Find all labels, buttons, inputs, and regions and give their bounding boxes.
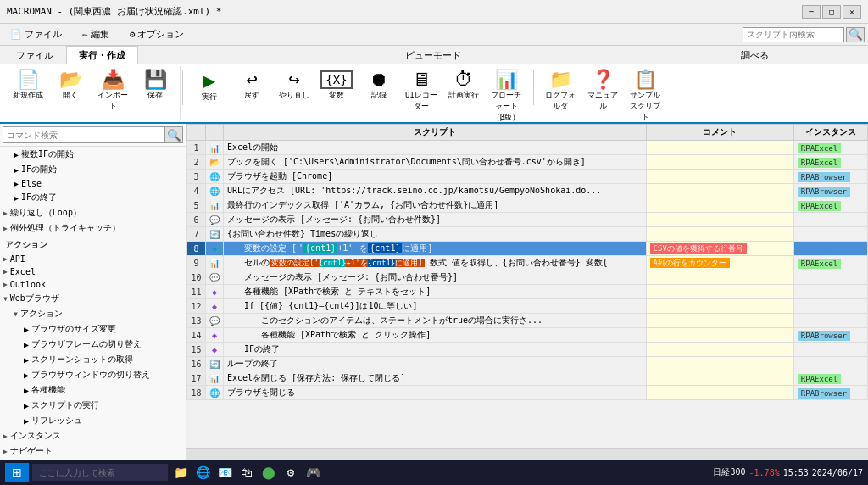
sidebar-item-loop[interactable]: ▶ 繰り返し（Loop）: [0, 205, 186, 220]
ui-recorder-button[interactable]: 🖥 UIレコーダー: [402, 68, 441, 125]
multi-if-icon: ▶: [14, 150, 19, 159]
ribbon-group-execute: ▶ 実行 ↩ 戻す ↪ やり直し {X} 変数 ⏺ 記録 🖥 UIレコーダー: [185, 66, 531, 120]
taskbar-icon-mail[interactable]: 📧: [215, 463, 234, 482]
browser-resize-icon: ▶: [24, 325, 29, 334]
menu-option[interactable]: ⚙️ オプション: [123, 26, 192, 42]
save-icon: 💾: [144, 70, 167, 89]
row-content-2[interactable]: ブックを開く ['C:\Users\Administrator\Document…: [224, 155, 647, 170]
misc-label: 各種機能: [31, 384, 65, 396]
close-button[interactable]: ✕: [843, 5, 861, 19]
sidebar-item-sub-actions[interactable]: ▼ アクション: [0, 306, 186, 321]
run-button[interactable]: ▶ 実行: [190, 68, 229, 125]
manual-button[interactable]: ❓ マニュアル: [583, 68, 622, 125]
sidebar-item-browser-resize[interactable]: ▶ ブラウザのサイズ変更: [0, 321, 186, 337]
script-table[interactable]: スクリプト コメント インスタンス 1📊Excelの開始RPAExcel2📂ブッ…: [186, 124, 868, 448]
sidebar-search-button[interactable]: 🔍: [164, 126, 183, 143]
navigate-label: ナビゲート: [10, 445, 53, 457]
row-icon-14: ◆: [206, 328, 224, 343]
tab-viewmode[interactable]: ビューモード: [392, 46, 474, 64]
webbrowser-expand-icon: ▼: [3, 295, 8, 303]
taskbar-search-input[interactable]: [32, 464, 168, 481]
sidebar-item-webbrowser[interactable]: ▼ Webブラウザ: [0, 291, 186, 306]
tab-search[interactable]: 調べる: [728, 46, 782, 64]
row-content-10[interactable]: メッセージの表示 [メッセージ: {お問い合わせ番号}]: [224, 270, 647, 285]
start-button[interactable]: ⊞: [5, 463, 29, 482]
script-search-button[interactable]: 🔍: [846, 27, 865, 42]
refresh-label: リフレッシュ: [31, 415, 82, 426]
menu-edit[interactable]: ✏️ 編集: [75, 26, 116, 42]
sidebar-item-refresh[interactable]: ▶ リフレッシュ: [0, 413, 186, 428]
taskbar-icon-game[interactable]: 🎮: [303, 463, 322, 482]
window-controls: ─ □ ✕: [802, 5, 861, 19]
import-button[interactable]: 📥 インポート: [93, 68, 132, 114]
sidebar-search-input[interactable]: [3, 126, 164, 143]
sidebar-item-screenshot[interactable]: ▶ スクリーンショットの取得: [0, 352, 186, 367]
row-content-18[interactable]: ブラウザを閉じる: [224, 386, 647, 400]
sidebar-item-if-end[interactable]: ▶ IFの終了: [0, 190, 186, 205]
row-content-6[interactable]: メッセージの表示 [メッセージ: {お問い合わせ件数}]: [224, 213, 647, 227]
row-content-7[interactable]: {お問い合わせ件数} Timesの繰り返し: [224, 227, 647, 242]
row-content-11[interactable]: 各種機能 [XPathで検索 と テキストをセット]: [224, 285, 647, 299]
taskbar-icon-explorer[interactable]: 📁: [171, 463, 190, 482]
refresh-icon: ▶: [24, 416, 29, 426]
new-button[interactable]: 📄 新規作成: [8, 68, 47, 114]
ribbon-tabs: ファイル 実行・作成 ビューモード 調べる: [0, 46, 868, 64]
undo-button[interactable]: ↩ 戻す: [232, 68, 271, 125]
row-content-17[interactable]: Excelを閉じる [保存方法: 保存して閉じる]: [224, 371, 647, 386]
open-button[interactable]: 📂 開く: [51, 68, 90, 114]
row-comment-11: [646, 285, 793, 299]
horizontal-scrollbar[interactable]: [186, 448, 868, 460]
open-label: 開く: [63, 90, 78, 101]
taskbar-icon-settings[interactable]: ⚙️: [281, 463, 300, 482]
plan-exec-button[interactable]: ⏱ 計画実行: [444, 68, 483, 125]
log-folder-button[interactable]: 📁 ログフォルダ: [541, 68, 580, 125]
tab-file[interactable]: ファイル: [3, 46, 66, 64]
sidebar-item-outlook[interactable]: ▶ Outlook: [0, 278, 186, 291]
sidebar-item-navigate[interactable]: ▶ ナビゲート: [0, 443, 186, 459]
nikkei-change: -1.78%: [749, 468, 780, 477]
row-number-11: 11: [187, 285, 206, 299]
row-number-6: 6: [187, 213, 206, 227]
row-content-13[interactable]: このセクションのアイテムは、ステートメントがtrueの場合に実行さ...: [224, 314, 647, 328]
sidebar-item-excel[interactable]: ▶ Excel: [0, 265, 186, 278]
minimize-button[interactable]: ─: [802, 5, 821, 19]
row-content-14[interactable]: 各種機能 [XPathで検索 と クリック操作]: [224, 328, 647, 343]
browser-resize-label: ブラウザのサイズ変更: [31, 323, 116, 335]
taskbar-icon-chrome[interactable]: ⬤: [259, 463, 278, 482]
maximize-button[interactable]: □: [822, 5, 841, 19]
taskbar-icon-edge[interactable]: 🌐: [193, 463, 212, 482]
redo-button[interactable]: ↪ やり直し: [275, 68, 314, 125]
row-comment-12: [646, 299, 793, 314]
row-content-5[interactable]: 最終行のインデックス取得 ['A'カラム, {お問い合わせ件数}に適用]: [224, 198, 647, 213]
row-content-9[interactable]: セルの変数の設定['{cnt1}+1'を{cnt1}に適用] 数式 値を取得し、…: [224, 256, 647, 270]
row-content-8[interactable]: 変数の設定 ['{cnt1}+1' を{cnt1}に適用]: [224, 242, 647, 256]
script-search-input[interactable]: [743, 27, 844, 42]
variable-icon: {X}: [320, 70, 352, 89]
sidebar-item-else[interactable]: ▶ Else: [0, 177, 186, 190]
row-comment-10: [646, 270, 793, 285]
row-content-3[interactable]: ブラウザを起動 [Chrome]: [224, 170, 647, 184]
sidebar-item-exception[interactable]: ▶ 例外処理（トライキャッチ）: [0, 220, 186, 236]
row-content-1[interactable]: Excelの開始: [224, 141, 647, 155]
menu-file[interactable]: 📄 ファイル: [3, 26, 69, 42]
row-content-12[interactable]: If [{値} {cnt1}–{cnt4}]は10に等しい]: [224, 299, 647, 314]
taskbar-icon-store[interactable]: 🛍: [237, 463, 256, 482]
sidebar-item-browser-frame[interactable]: ▶ ブラウザフレームの切り替え: [0, 337, 186, 352]
row-content-4[interactable]: URLにアクセス [URL: 'https://track.seino.co.j…: [224, 184, 647, 198]
menu-option-label: オプション: [137, 28, 184, 41]
sidebar-item-exec-script[interactable]: ▶ スクリプトの実行: [0, 398, 186, 413]
sidebar-item-browser-window[interactable]: ▶ ブラウザウィンドウの切り替え: [0, 367, 186, 382]
sidebar-item-if-start[interactable]: ▶ IFの開始: [0, 162, 186, 177]
flowchart-button[interactable]: 📊 フローチャート（β版）: [487, 68, 526, 125]
sidebar-item-misc[interactable]: ▶ 各種機能: [0, 382, 186, 398]
row-content-15[interactable]: IFの終了: [224, 343, 647, 357]
variable-button[interactable]: {X} 変数: [317, 68, 356, 125]
sidebar-item-multi-if[interactable]: ▶ 複数IFの開始: [0, 147, 186, 162]
save-button[interactable]: 💾 保存: [136, 68, 175, 114]
record-button[interactable]: ⏺ 記録: [359, 68, 398, 125]
sample-button[interactable]: 📋 サンプルスクリプト: [626, 68, 665, 125]
tab-execute[interactable]: 実行・作成: [66, 46, 138, 64]
row-content-16[interactable]: ループの終了: [224, 357, 647, 371]
sidebar-item-api[interactable]: ▶ API: [0, 253, 186, 265]
sidebar-item-instance[interactable]: ▶ インスタンス: [0, 428, 186, 443]
